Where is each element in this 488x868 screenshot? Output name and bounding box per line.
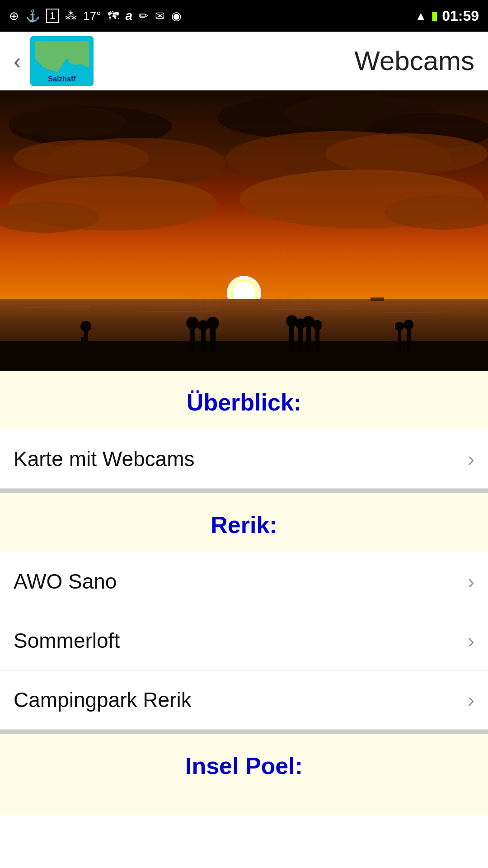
svg-point-38	[186, 317, 199, 330]
awo-sano-label: AWO Sano	[14, 569, 117, 594]
karte-mit-webcams-item[interactable]: Karte mit Webcams ›	[0, 429, 488, 489]
sommerloft-label: Sommerloft	[14, 628, 120, 653]
signal-icon: ▲	[415, 9, 427, 23]
svg-point-15	[325, 133, 488, 174]
mail-icon: ✉	[155, 9, 165, 23]
svg-point-52	[395, 322, 404, 331]
divider-1	[0, 489, 488, 493]
svg-rect-51	[398, 330, 401, 353]
svg-point-13	[14, 140, 149, 176]
insel-poel-title: Insel Poel:	[185, 753, 303, 779]
temp-label: 17°	[83, 9, 101, 23]
status-time: 01:59	[442, 8, 479, 24]
svg-point-54	[404, 320, 413, 330]
rerik-section-header: Rerik:	[0, 493, 488, 552]
add-icon: ⊕	[9, 9, 19, 23]
campingpark-label: Campingpark Rerik	[14, 688, 192, 712]
svg-point-35	[80, 321, 91, 332]
svg-rect-36	[81, 337, 85, 350]
awo-sano-item[interactable]: AWO Sano ›	[0, 552, 488, 611]
top-nav: ‹ Salzhaff Webcams	[0, 32, 488, 90]
map-icon: 🗺	[108, 9, 119, 23]
svg-point-8	[9, 106, 127, 138]
svg-rect-45	[298, 328, 303, 353]
svg-rect-47	[306, 326, 311, 353]
page-title: Webcams	[354, 45, 474, 76]
app-logo[interactable]: Salzhaff	[30, 36, 94, 86]
svg-rect-39	[201, 330, 206, 353]
sommerloft-chevron-icon: ›	[468, 628, 474, 653]
sommerloft-item[interactable]: Sommerloft ›	[0, 611, 488, 670]
svg-rect-33	[0, 341, 488, 371]
karte-mit-webcams-label: Karte mit Webcams	[14, 447, 194, 471]
svg-text:Salzhaff: Salzhaff	[48, 75, 76, 83]
campingpark-chevron-icon: ›	[468, 688, 474, 712]
svg-rect-49	[315, 329, 319, 353]
status-bar-left: ⊕ ⚓ 1 ⁂ 17° 🗺 a ✏ ✉ ◉	[9, 9, 182, 23]
svg-rect-55	[371, 297, 384, 301]
svg-point-42	[206, 317, 219, 330]
battery-icon: ▮	[431, 9, 437, 23]
insel-poel-section-header: Insel Poel:	[0, 734, 488, 816]
svg-point-50	[312, 320, 322, 330]
people-icon: ⁂	[65, 9, 77, 23]
ueberblick-section-header: Überblick:	[0, 371, 488, 429]
svg-rect-37	[190, 328, 195, 353]
content-area: Überblick: Karte mit Webcams › Rerik: AW…	[0, 371, 488, 816]
svg-rect-43	[289, 326, 294, 353]
awo-chevron-icon: ›	[468, 569, 474, 594]
nav-left: ‹ Salzhaff	[14, 36, 94, 86]
svg-point-3	[69, 57, 82, 65]
back-button[interactable]: ‹	[14, 48, 21, 74]
svg-rect-53	[407, 329, 411, 353]
svg-rect-41	[210, 328, 216, 353]
karte-chevron-icon: ›	[468, 447, 474, 471]
usb-icon: ⚓	[25, 9, 40, 23]
hero-image	[0, 90, 488, 371]
status-bar-right: ▲ ▮ 01:59	[415, 8, 479, 24]
pen-icon: ✏	[139, 9, 149, 23]
eye-icon: ◉	[171, 9, 182, 23]
amazon-icon: a	[126, 9, 133, 23]
divider-2	[0, 730, 488, 734]
rerik-title: Rerik:	[211, 512, 277, 538]
campingpark-item[interactable]: Campingpark Rerik ›	[0, 670, 488, 730]
task-icon: 1	[46, 9, 59, 23]
ueberblick-title: Überblick:	[187, 389, 301, 415]
status-bar: ⊕ ⚓ 1 ⁂ 17° 🗺 a ✏ ✉ ◉ ▲ ▮ 01:59	[0, 0, 488, 32]
